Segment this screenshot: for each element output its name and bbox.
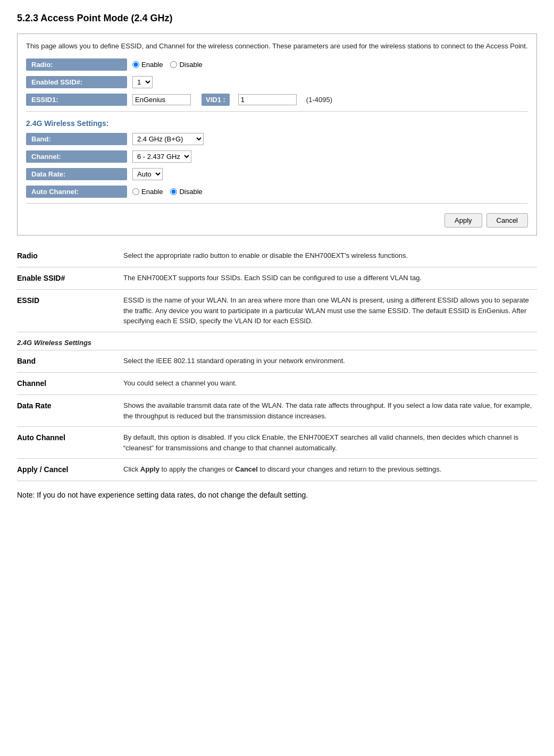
data-rate-select[interactable]: Auto 1 2 5.5 6 9 11 12 18 24 36 48 54 [132,168,163,180]
radio-enable-label[interactable]: Enable [132,61,163,69]
desc-def-6: Shows the available transmit data rate o… [123,395,537,427]
desc-term-8: Apply / Cancel [17,459,123,481]
auto-channel-enable-text: Enable [141,188,163,196]
vid1-input[interactable] [238,94,297,105]
desc-term-2: ESSID [17,290,123,332]
desc-term-7: Auto Channel [17,427,123,459]
auto-channel-disable-label[interactable]: Disable [170,188,202,196]
auto-channel-row: Auto Channel: Enable Disable [26,186,528,198]
radio-group: Enable Disable [132,61,203,69]
radio-enable-input[interactable] [132,61,139,68]
essid1-input[interactable] [132,94,191,105]
band-row: Band: 2.4 GHz (B+G) 2.4 GHz (B) 2.4 GHz … [26,133,528,145]
page-title: 5.2.3 Access Point Mode (2.4 GHz) [17,13,537,24]
auto-channel-enable-input[interactable] [132,188,139,195]
desc-term-1: Enable SSID# [17,267,123,290]
desc-def-0: Select the appropriate radio button to e… [123,245,537,267]
divider-2 [26,203,528,204]
desc-term-6: Data Rate [17,395,123,427]
vid1-range: (1-4095) [306,96,332,104]
apply-button[interactable]: Apply [444,213,482,228]
data-rate-row: Data Rate: Auto 1 2 5.5 6 9 11 12 18 24 … [26,168,528,180]
config-box: This page allows you to define ESSID, an… [17,33,537,236]
wireless-settings-header: 2.4G Wireless Settings: [26,119,528,128]
info-text: This page allows you to define ESSID, an… [26,41,528,51]
essid1-label: ESSID1: [26,94,127,106]
description-table: RadioSelect the appropriate radio button… [17,245,537,481]
desc-def-5: You could select a channel you want. [123,373,537,395]
section-row-3: 2.4G Wireless Settings [17,332,537,350]
enabled-ssid-select[interactable]: 1 2 3 4 [132,76,153,88]
radio-value: Enable Disable [132,61,203,69]
radio-disable-input[interactable] [170,61,177,68]
band-select[interactable]: 2.4 GHz (B+G) 2.4 GHz (B) 2.4 GHz (G) 2.… [132,133,204,145]
desc-def-4: Select the IEEE 802.11 standard operatin… [123,350,537,373]
channel-value: 6 - 2.437 GHz 1 - 2.412 GHz 2 - 2.417 GH… [132,150,191,163]
essid1-value: VID1 : (1-4095) [132,94,332,106]
auto-channel-group: Enable Disable [132,188,203,196]
essid1-row: ESSID1: VID1 : (1-4095) [26,94,528,106]
enabled-ssid-label: Enabled SSID#: [26,76,127,88]
band-value: 2.4 GHz (B+G) 2.4 GHz (B) 2.4 GHz (G) 2.… [132,133,204,145]
data-rate-label: Data Rate: [26,168,127,180]
radio-disable-text: Disable [179,61,202,69]
auto-channel-disable-text: Disable [179,188,202,196]
desc-term-5: Channel [17,373,123,395]
radio-disable-label[interactable]: Disable [170,61,202,69]
vid1-label: VID1 : [202,94,230,106]
btn-row: Apply Cancel [26,213,528,228]
auto-channel-label: Auto Channel: [26,186,127,198]
desc-def-8: Click Apply to apply the changes or Canc… [123,459,537,481]
data-rate-value: Auto 1 2 5.5 6 9 11 12 18 24 36 48 54 [132,168,163,180]
auto-channel-value: Enable Disable [132,188,203,196]
note-text: Note: If you do not have experience sett… [17,491,537,499]
desc-term-4: Band [17,350,123,373]
radio-label: Radio: [26,58,127,71]
channel-row: Channel: 6 - 2.437 GHz 1 - 2.412 GHz 2 -… [26,150,528,163]
channel-label: Channel: [26,150,127,163]
desc-def-1: The ENH700EXT supports four SSIDs. Each … [123,267,537,290]
enabled-ssid-row: Enabled SSID#: 1 2 3 4 [26,76,528,88]
cancel-button[interactable]: Cancel [486,213,528,228]
divider-1 [26,111,528,112]
channel-select[interactable]: 6 - 2.437 GHz 1 - 2.412 GHz 2 - 2.417 GH… [132,150,191,163]
auto-channel-enable-label[interactable]: Enable [132,188,163,196]
radio-enable-text: Enable [141,61,163,69]
enabled-ssid-value: 1 2 3 4 [132,76,153,88]
band-label: Band: [26,133,127,145]
desc-term-0: Radio [17,245,123,267]
desc-def-2: ESSID is the name of your WLAN. In an ar… [123,290,537,332]
radio-row: Radio: Enable Disable [26,58,528,71]
desc-def-7: By default, this option is disabled. If … [123,427,537,459]
auto-channel-disable-input[interactable] [170,188,177,195]
